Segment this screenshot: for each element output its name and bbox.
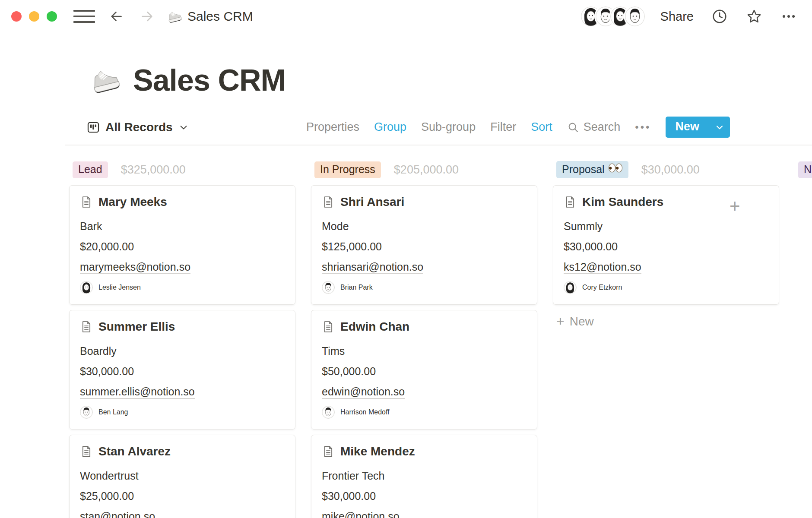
card-person: Harrison Medoff [322, 406, 527, 419]
card-person-name: Leslie Jensen [98, 284, 141, 291]
board-column: In Progress $205,000.00 Shri Ansari Mode… [311, 160, 537, 518]
new-record-dropdown[interactable] [709, 117, 730, 138]
view-name: All Records [105, 120, 173, 134]
board-column: N [795, 160, 812, 185]
group-sum: $30,000.00 [641, 163, 700, 177]
zoom-window-button[interactable] [47, 11, 57, 22]
group-sum: $325,000.00 [121, 163, 186, 177]
card-company: Boardly [80, 344, 285, 358]
card-person-name: Cory Etzkorn [582, 284, 622, 291]
record-card[interactable]: Mary Meeks Bark $20,000.00 marymeeks@not… [69, 185, 295, 305]
page-icon [80, 445, 93, 458]
add-group-button[interactable]: + [730, 197, 740, 215]
record-card[interactable]: Shri Ansari Mode $125,000.00 shriansari@… [311, 185, 537, 305]
page-icon [322, 445, 335, 458]
filter-button[interactable]: Filter [490, 120, 516, 134]
chevron-down-icon [715, 123, 724, 132]
card-amount: $30,000.00 [564, 240, 768, 254]
card-company: Wondertrust [80, 469, 285, 483]
back-arrow-icon[interactable] [108, 8, 125, 25]
record-card[interactable]: Mike Mendez Frontier Tech $30,000.00 mik… [311, 435, 537, 518]
page-title[interactable]: Sales CRM [133, 63, 285, 98]
new-record-label: New [666, 117, 709, 138]
card-company: Summly [564, 219, 768, 234]
person-avatar [322, 406, 335, 419]
page-icon [564, 196, 577, 208]
card-person: Brian Park [322, 281, 527, 294]
close-window-button[interactable] [11, 11, 22, 22]
group-tag[interactable]: Lead [73, 161, 108, 178]
search-icon [567, 121, 579, 133]
card-amount: $25,000.00 [80, 489, 285, 503]
board-view-icon [86, 120, 100, 134]
card-amount: $125,000.00 [322, 240, 527, 254]
card-email-link[interactable]: marymeeks@notion.so [80, 261, 190, 274]
view-selector[interactable]: All Records [86, 120, 188, 134]
card-email-link[interactable]: stan@notion.so [80, 510, 155, 518]
sneaker-emoji-icon[interactable] [88, 64, 121, 97]
sort-button[interactable]: Sort [531, 120, 552, 134]
group-tag[interactable]: N [798, 161, 812, 178]
page-icon [322, 320, 335, 333]
window-topbar: Sales CRM Share [0, 0, 812, 33]
view-more-options-icon[interactable]: ••• [635, 121, 651, 133]
breadcrumb-page-title[interactable]: Sales CRM [187, 9, 253, 24]
share-button[interactable]: Share [660, 9, 694, 24]
toolbar-divider [65, 145, 812, 145]
group-tag[interactable]: Proposal [556, 161, 628, 178]
card-title: Edwin Chan [340, 320, 409, 334]
card-title: Shri Ansari [340, 195, 404, 209]
card-person-name: Ben Lang [98, 408, 128, 416]
group-sum: $205,000.00 [394, 163, 459, 177]
person-avatar [80, 406, 93, 419]
avatar-short-hair-icon [625, 6, 645, 26]
card-company: Frontier Tech [322, 469, 527, 483]
traffic-lights [11, 11, 57, 22]
card-amount: $50,000.00 [322, 364, 527, 379]
sneaker-emoji-icon [166, 8, 182, 25]
card-title: Mary Meeks [98, 195, 167, 209]
group-header: N [795, 160, 812, 179]
card-email-link[interactable]: shriansari@notion.so [322, 261, 423, 274]
group-cards: Shri Ansari Mode $125,000.00 shriansari@… [311, 185, 537, 518]
card-email-link[interactable]: mike@notion.so [322, 510, 400, 518]
add-card-button[interactable]: + New [553, 313, 779, 329]
eyes-emoji-icon [608, 163, 623, 176]
favorite-star-icon[interactable] [745, 8, 763, 25]
properties-button[interactable]: Properties [306, 120, 359, 134]
card-person: Leslie Jensen [80, 281, 285, 294]
card-company: Bark [80, 219, 285, 234]
group-cards: Kim Saunders Summly $30,000.00 ks12@noti… [553, 185, 779, 305]
collaborator-avatars[interactable] [581, 6, 645, 26]
view-toolbar: All Records Properties Group Sub-group F… [86, 117, 730, 138]
group-tag-label: In Progress [320, 163, 375, 176]
record-card[interactable]: Stan Alvarez Wondertrust $25,000.00 stan… [69, 435, 295, 518]
search-button[interactable]: Search [567, 120, 621, 134]
more-options-icon[interactable] [780, 8, 797, 25]
board-column: Proposal $30,000.00 Kim Saunders Summly … [553, 160, 779, 329]
card-title: Summer Ellis [98, 320, 175, 334]
person-avatar [80, 281, 93, 294]
group-button[interactable]: Group [374, 120, 406, 134]
sidebar-menu-icon[interactable] [73, 10, 95, 23]
group-cards: Mary Meeks Bark $20,000.00 marymeeks@not… [69, 185, 295, 518]
record-card[interactable]: Kim Saunders Summly $30,000.00 ks12@noti… [553, 185, 779, 305]
record-card[interactable]: Summer Ellis Boardly $30,000.00 summer.e… [69, 310, 295, 430]
search-label: Search [584, 120, 621, 134]
group-tag[interactable]: In Progress [314, 161, 381, 178]
card-person-name: Harrison Medoff [340, 408, 390, 416]
forward-arrow-icon[interactable] [138, 8, 155, 25]
subgroup-button[interactable]: Sub-group [421, 120, 476, 134]
card-amount: $20,000.00 [80, 240, 285, 254]
updates-clock-icon[interactable] [711, 8, 728, 25]
group-tag-label: Lead [78, 163, 102, 176]
card-company: Tims [322, 344, 527, 358]
card-email-link[interactable]: summer.ellis@notion.so [80, 385, 195, 399]
card-email-link[interactable]: ks12@notion.so [564, 261, 641, 274]
new-record-button[interactable]: New [666, 117, 730, 138]
card-email-link[interactable]: edwin@notion.so [322, 385, 405, 399]
record-card[interactable]: Edwin Chan Tims $50,000.00 edwin@notion.… [311, 310, 537, 430]
plus-icon: + [556, 313, 565, 329]
card-person-name: Brian Park [340, 284, 373, 291]
minimize-window-button[interactable] [29, 11, 39, 22]
